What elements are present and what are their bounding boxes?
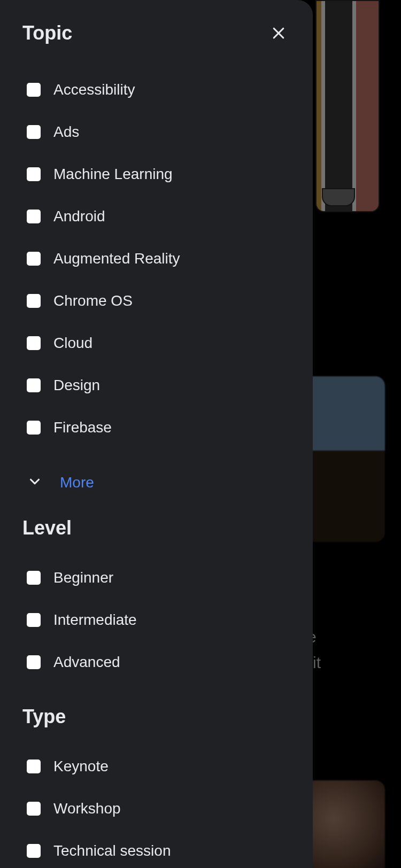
filter-item-augmented-reality[interactable]: Augmented Reality: [22, 237, 290, 280]
checkbox[interactable]: [27, 844, 41, 858]
filter-item-advanced[interactable]: Advanced: [22, 641, 290, 683]
close-button[interactable]: [267, 21, 290, 45]
filter-item-cloud[interactable]: Cloud: [22, 322, 290, 364]
filter-label: Workshop: [53, 800, 121, 817]
chevron-down-icon: [27, 474, 43, 492]
filter-item-keynote[interactable]: Keynote: [22, 745, 290, 787]
filter-label: Keynote: [53, 758, 109, 775]
checkbox[interactable]: [27, 421, 41, 435]
filter-label: Chrome OS: [53, 292, 133, 309]
filter-panel: Topic Accessibility Ads Machine Learning…: [0, 0, 313, 868]
filter-label: Android: [53, 208, 105, 225]
topic-section-title: Topic: [22, 22, 72, 44]
topic-filter-list: Accessibility Ads Machine Learning Andro…: [22, 68, 290, 448]
more-topics-button[interactable]: More: [22, 461, 290, 504]
filter-item-accessibility[interactable]: Accessibility: [22, 68, 290, 111]
filter-label: Design: [53, 377, 100, 394]
filter-label: Intermediate: [53, 611, 137, 629]
filter-label: Firebase: [53, 419, 112, 436]
filter-label: Advanced: [53, 654, 120, 671]
filter-label: Machine Learning: [53, 166, 173, 183]
checkbox[interactable]: [27, 167, 41, 181]
checkbox[interactable]: [27, 336, 41, 350]
close-icon: [271, 25, 287, 41]
checkbox[interactable]: [27, 125, 41, 139]
type-section-title: Type: [22, 706, 290, 728]
filter-item-machine-learning[interactable]: Machine Learning: [22, 153, 290, 195]
checkbox[interactable]: [27, 378, 41, 392]
filter-label: Accessibility: [53, 81, 135, 98]
level-filter-list: Beginner Intermediate Advanced: [22, 556, 290, 683]
checkbox[interactable]: [27, 759, 41, 773]
checkbox[interactable]: [27, 294, 41, 308]
filter-label: Beginner: [53, 569, 113, 586]
checkbox[interactable]: [27, 655, 41, 669]
checkbox[interactable]: [27, 210, 41, 223]
filter-item-workshop[interactable]: Workshop: [22, 787, 290, 830]
panel-header: Topic: [22, 21, 290, 45]
filter-item-ads[interactable]: Ads: [22, 111, 290, 153]
filter-label: Ads: [53, 123, 79, 141]
filter-label: Augmented Reality: [53, 250, 180, 267]
filter-item-intermediate[interactable]: Intermediate: [22, 599, 290, 641]
checkbox[interactable]: [27, 252, 41, 266]
filter-label: Technical session: [53, 842, 171, 859]
more-label: More: [60, 474, 94, 491]
type-filter-list: Keynote Workshop Technical session: [22, 745, 290, 868]
filter-item-chrome-os[interactable]: Chrome OS: [22, 280, 290, 322]
filter-item-beginner[interactable]: Beginner: [22, 556, 290, 599]
checkbox[interactable]: [27, 83, 41, 97]
filter-item-design[interactable]: Design: [22, 364, 290, 406]
filter-item-firebase[interactable]: Firebase: [22, 406, 290, 448]
checkbox[interactable]: [27, 613, 41, 627]
filter-label: Cloud: [53, 335, 92, 352]
level-section-title: Level: [22, 517, 290, 539]
checkbox[interactable]: [27, 802, 41, 816]
filter-item-technical-session[interactable]: Technical session: [22, 830, 290, 868]
filter-item-android[interactable]: Android: [22, 195, 290, 237]
checkbox[interactable]: [27, 571, 41, 585]
